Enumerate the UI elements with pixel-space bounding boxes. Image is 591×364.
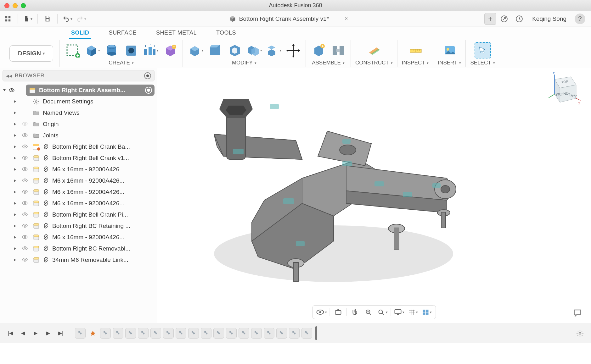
job-status-button[interactable] <box>515 14 524 24</box>
expand-root[interactable] <box>3 88 6 92</box>
tab-solid[interactable]: SOLID <box>69 28 91 39</box>
hole-button[interactable] <box>123 42 139 58</box>
plane-button[interactable] <box>366 42 382 58</box>
tab-sheetmetal[interactable]: SHEET METAL <box>154 28 199 39</box>
timeline-settings-button[interactable] <box>575 328 585 339</box>
timeline-feature[interactable] <box>188 328 199 339</box>
tab-surface[interactable]: SURFACE <box>107 28 139 39</box>
timeline-feature[interactable] <box>138 328 149 339</box>
visibility-toggle[interactable] <box>21 245 30 252</box>
expand-toggle[interactable] <box>13 224 19 228</box>
expand-toggle[interactable] <box>13 100 19 103</box>
shell-button[interactable] <box>226 42 243 58</box>
save-button[interactable] <box>42 14 53 24</box>
insert-button[interactable] <box>441 42 458 58</box>
timeline-feature[interactable] <box>75 328 86 339</box>
browser-component[interactable]: M6 x 16mm - 92000A426... <box>3 186 155 198</box>
timeline-first-button[interactable]: |◀ <box>6 328 15 338</box>
timeline-feature[interactable] <box>289 328 300 339</box>
viewport[interactable]: FRONT RIGHT TOP z x <box>157 68 591 323</box>
extensions-button[interactable] <box>499 14 509 24</box>
visibility-toggle[interactable] <box>21 212 30 218</box>
combine-button[interactable] <box>246 42 262 58</box>
timeline-feature[interactable] <box>163 328 174 339</box>
grid-settings-button[interactable] <box>407 307 419 317</box>
browser-item[interactable]: Document Settings <box>3 96 155 107</box>
browser-component[interactable]: 34mm M6 Removable Link... <box>3 254 155 266</box>
timeline-feature[interactable] <box>239 328 249 339</box>
tab-tools[interactable]: TOOLS <box>214 28 238 39</box>
display-settings-button[interactable] <box>393 307 406 317</box>
visibility-toggle[interactable] <box>21 200 30 207</box>
new-tab-button[interactable]: + <box>484 13 496 25</box>
timeline-feature[interactable] <box>264 328 274 339</box>
browser-component[interactable]: Bottom Right Bell Crank Pi... <box>3 209 155 220</box>
help-button[interactable]: ? <box>575 14 585 24</box>
close-tab-button[interactable]: × <box>345 15 348 22</box>
timeline-feature[interactable] <box>150 328 161 339</box>
move-button[interactable] <box>285 42 301 58</box>
workspace-picker[interactable]: DESIGN▾ <box>3 40 60 67</box>
visibility-toggle[interactable] <box>21 189 30 195</box>
expand-toggle[interactable] <box>13 168 19 171</box>
document-tab[interactable]: Bottom Right Crank Assembly v1* × <box>225 14 352 24</box>
expand-toggle[interactable] <box>13 145 19 149</box>
expand-toggle[interactable] <box>13 201 19 205</box>
viewcube-top[interactable]: TOP <box>561 80 568 84</box>
expand-toggle[interactable] <box>13 235 19 239</box>
joint-button[interactable] <box>330 42 346 58</box>
timeline-feature[interactable] <box>301 328 312 339</box>
browser-header[interactable]: ◀◀ BROWSER <box>3 70 155 81</box>
viewport-layout-button[interactable] <box>421 307 433 317</box>
align-button[interactable] <box>265 42 282 58</box>
browser-component[interactable]: Bottom Right Bell Crank v1... <box>3 152 155 164</box>
visibility-toggle[interactable] <box>21 132 30 139</box>
visibility-toggle[interactable] <box>21 155 30 161</box>
timeline-last-button[interactable]: ▶| <box>56 328 65 338</box>
expand-toggle[interactable] <box>13 190 19 194</box>
lookat-button[interactable] <box>332 307 345 317</box>
activate-root[interactable] <box>145 87 152 94</box>
browser-pin-button[interactable] <box>144 72 151 79</box>
visibility-toggle[interactable] <box>21 234 30 240</box>
expand-toggle[interactable] <box>13 179 19 183</box>
data-panel-button[interactable] <box>3 14 13 24</box>
browser-component[interactable]: M6 x 16mm - 92000A426... <box>3 232 155 243</box>
timeline-feature[interactable] <box>176 328 186 339</box>
presspull-button[interactable] <box>187 42 204 58</box>
select-label[interactable]: SELECT <box>470 60 495 66</box>
redo-button[interactable] <box>76 14 87 24</box>
orbit-button[interactable] <box>315 307 328 317</box>
browser-component[interactable]: M6 x 16mm - 92000A426... <box>3 198 155 209</box>
browser-component[interactable]: M6 x 16mm - 92000A426... <box>3 175 155 186</box>
new-component-button[interactable] <box>310 42 327 58</box>
expand-toggle[interactable] <box>13 213 19 217</box>
timeline-feature[interactable] <box>113 328 123 339</box>
timeline-next-button[interactable]: ▶ <box>43 328 53 338</box>
timeline-marker[interactable] <box>315 326 317 340</box>
browser-item[interactable]: Joints <box>3 130 155 141</box>
zoom-button[interactable] <box>363 307 375 317</box>
measure-button[interactable] <box>407 42 424 58</box>
visibility-toggle[interactable] <box>21 166 30 173</box>
expand-toggle[interactable] <box>13 156 19 160</box>
visibility-toggle[interactable] <box>21 257 30 263</box>
zoom-window-button[interactable] <box>376 307 389 317</box>
user-menu[interactable]: Keqing Song <box>530 15 569 22</box>
browser-item[interactable]: Named Views <box>3 107 155 119</box>
visibility-toggle[interactable] <box>21 121 30 127</box>
expand-toggle[interactable] <box>13 134 19 137</box>
fillet-button[interactable] <box>207 42 223 58</box>
select-button[interactable] <box>475 42 491 58</box>
timeline-feature[interactable] <box>251 328 262 339</box>
comments-button[interactable] <box>573 308 583 318</box>
create-label[interactable]: CREATE <box>109 60 134 66</box>
expand-toggle[interactable] <box>13 258 19 262</box>
expand-toggle[interactable] <box>13 247 19 251</box>
timeline-feature[interactable] <box>276 328 287 339</box>
browser-item[interactable]: Origin <box>3 119 155 130</box>
undo-button[interactable] <box>62 14 73 24</box>
sketch-button[interactable] <box>64 42 81 58</box>
timeline-feature[interactable] <box>100 328 111 339</box>
viewcube[interactable]: FRONT RIGHT TOP z x <box>544 71 582 109</box>
